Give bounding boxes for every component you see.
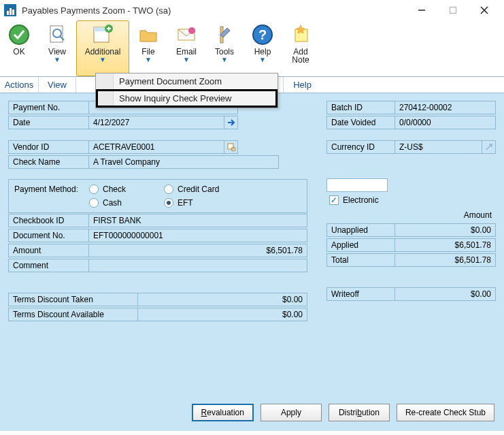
check-circle-icon — [7, 23, 31, 46]
revaluation-text: evaluation — [207, 408, 244, 417]
radio-credit-card[interactable]: Credit Card — [164, 184, 219, 194]
label-currency-id: Currency ID — [326, 140, 394, 154]
field-check-name: A Travel Company — [88, 155, 279, 169]
field-date: 4/12/2027 — [88, 116, 224, 129]
label-comment: Comment — [8, 259, 88, 272]
label-amount-header: Amount — [394, 208, 496, 222]
revaluation-button[interactable]: Revaluation — [192, 404, 254, 421]
checkbox-electronic[interactable]: ✓Electronic — [326, 195, 379, 205]
distribution-button[interactable]: Distribution — [329, 404, 390, 421]
chevron-down-icon: ▼ — [183, 56, 190, 63]
help-label: Help — [254, 47, 271, 57]
tools-icon — [213, 23, 236, 46]
svg-text:?: ? — [258, 27, 267, 42]
radio-check[interactable]: Check — [89, 184, 164, 194]
field-document-no: EFT000000000001 — [88, 229, 307, 242]
vendor-lookup-button[interactable] — [224, 140, 238, 154]
file-button[interactable]: File ▼ — [129, 20, 167, 76]
radio-eft[interactable]: EFT — [164, 198, 193, 208]
label-date-voided: Date Voided — [326, 116, 394, 129]
svg-rect-17 — [228, 144, 233, 149]
folder-icon — [137, 23, 160, 46]
form-body: Payment No. Date 4/12/2027 Vendor ID ACE… — [0, 93, 504, 431]
app-icon — [4, 4, 16, 16]
group-actions: Actions — [0, 77, 39, 93]
label-check-name: Check Name — [8, 155, 88, 169]
field-writeoff: $0.00 — [394, 287, 496, 301]
radio-cash[interactable]: Cash — [89, 198, 164, 208]
tools-label: Tools — [215, 47, 234, 57]
label-terms-discount-taken: Terms Discount Taken — [8, 293, 137, 306]
label-vendor-id: Vendor ID — [8, 140, 88, 154]
date-arrow-button[interactable] — [224, 116, 238, 129]
label-checkbook-id: Checkbook ID — [8, 214, 88, 227]
form-plus-icon — [91, 23, 114, 46]
recreate-check-stub-button[interactable]: Re-create Check Stub — [397, 404, 494, 421]
label-date: Date — [8, 116, 88, 129]
field-vendor-id: ACETRAVE0001 — [88, 140, 224, 154]
menu-payment-document-zoom[interactable]: Payment Document Zoom — [96, 74, 278, 89]
group-view: View — [39, 77, 76, 93]
field-amount: $6,501.78 — [88, 244, 307, 257]
field-checkbook-id: FIRST BANK — [88, 214, 307, 227]
ok-button[interactable]: OK — [0, 20, 38, 76]
label-document-no: Document No. — [8, 229, 88, 242]
maximize-button[interactable] — [437, 0, 469, 20]
svg-rect-1 — [450, 7, 456, 14]
footer-buttons: Revaluation Apply Distribution Re-create… — [192, 404, 494, 421]
additional-button[interactable]: Additional ▼ — [76, 20, 129, 76]
label-payment-method: Payment Method: — [14, 184, 89, 194]
view-label: View — [48, 47, 66, 57]
currency-expand-button[interactable] — [482, 140, 496, 154]
field-terms-discount-available: $0.00 — [137, 308, 307, 321]
label-terms-discount-available: Terms Discount Available — [8, 308, 137, 321]
label-total: Total — [326, 253, 394, 267]
email-icon — [175, 23, 198, 46]
addnote-label2: Note — [292, 55, 309, 65]
svg-point-4 — [10, 25, 29, 44]
add-note-button[interactable]: Add Note — [282, 20, 320, 76]
credit-card-display — [326, 178, 388, 192]
arrow-right-icon — [226, 118, 236, 127]
file-label: File — [141, 47, 154, 57]
tools-button[interactable]: Tools ▼ — [205, 20, 243, 76]
field-unapplied: $0.00 — [394, 223, 496, 237]
window-title: Payables Payments Zoom - TWO (sa) — [22, 5, 406, 16]
field-batch-id: 270412-00002 — [394, 101, 496, 114]
magnifier-page-icon — [46, 23, 69, 46]
field-date-voided: 0/0/0000 — [394, 116, 496, 129]
chevron-down-icon: ▼ — [54, 56, 61, 63]
svg-point-12 — [188, 27, 195, 34]
field-terms-discount-taken: $0.00 — [137, 293, 307, 306]
field-applied: $6,501.78 — [394, 238, 496, 252]
minimize-button[interactable] — [406, 0, 437, 20]
apply-button[interactable]: Apply — [261, 404, 322, 421]
window-controls — [406, 0, 500, 20]
menu-show-inquiry-check-preview[interactable]: Show Inquiry Check Preview — [96, 89, 278, 108]
help-icon: ? — [251, 23, 274, 46]
chevron-down-icon: ▼ — [145, 56, 152, 63]
note-star-icon — [289, 23, 312, 46]
chevron-down-icon: ▼ — [259, 56, 266, 63]
title-bar: Payables Payments Zoom - TWO (sa) — [0, 0, 504, 20]
view-button[interactable]: View ▼ — [38, 20, 76, 76]
group-help: Help — [284, 77, 321, 93]
email-button[interactable]: Email ▼ — [167, 20, 205, 76]
chevron-down-icon: ▼ — [221, 56, 228, 63]
lookup-icon — [226, 142, 236, 152]
field-comment — [88, 259, 307, 272]
close-button[interactable] — [469, 0, 500, 20]
field-total: $6,501.78 — [394, 253, 496, 267]
field-currency-id: Z-US$ — [394, 140, 482, 154]
additional-label: Additional — [85, 47, 121, 57]
chevron-down-icon: ▼ — [99, 56, 106, 63]
ribbon-toolbar: OK View ▼ Additional ▼ File ▼ Email ▼ To… — [0, 20, 504, 77]
help-button[interactable]: ? Help ▼ — [243, 20, 282, 76]
label-writeoff: Writeoff — [326, 287, 394, 301]
expand-icon — [485, 143, 493, 151]
ok-label: OK — [13, 47, 24, 57]
additional-dropdown: Payment Document Zoom Show Inquiry Check… — [95, 73, 278, 108]
label-batch-id: Batch ID — [326, 101, 394, 114]
payment-method-group: Payment Method: Check Credit Card Cash E… — [8, 179, 307, 213]
email-label: Email — [176, 47, 197, 57]
